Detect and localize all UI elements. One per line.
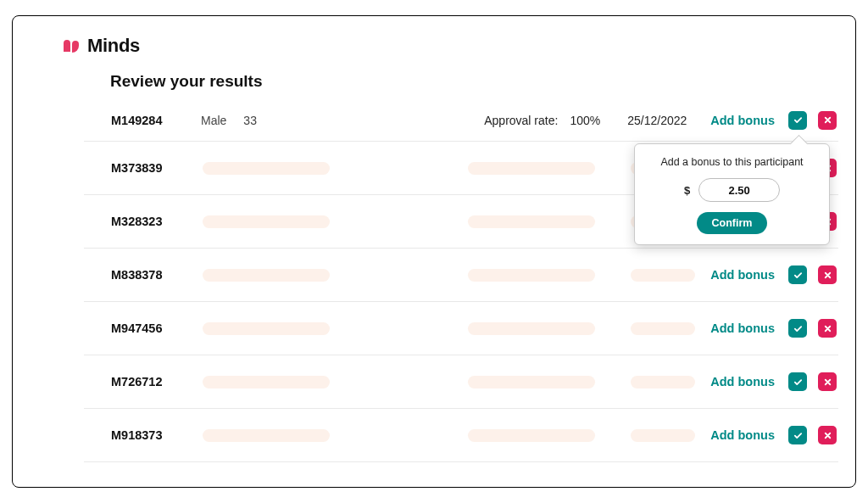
participant-id: M947456 <box>111 321 187 335</box>
check-icon <box>793 431 803 440</box>
approve-button[interactable] <box>788 111 807 130</box>
placeholder-block <box>203 322 330 335</box>
participant-row: M947456 Add bonus <box>84 302 838 355</box>
add-bonus-link[interactable]: Add bonus <box>710 114 775 127</box>
placeholder-block <box>468 162 595 175</box>
approval-rate-label: Approval rate: <box>484 114 558 127</box>
placeholder-block <box>468 376 595 388</box>
x-icon <box>823 324 832 333</box>
participant-id: M838378 <box>111 268 187 282</box>
approve-button[interactable] <box>788 319 807 338</box>
page-title: Review your results <box>110 72 838 91</box>
reject-button[interactable] <box>818 372 837 391</box>
check-icon <box>793 324 803 333</box>
approve-button[interactable] <box>788 426 807 444</box>
participant-row: M149284 Male 33 Approval rate: 100% 25/1… <box>84 106 838 142</box>
placeholder-block <box>468 215 595 228</box>
placeholder-block <box>203 269 330 282</box>
participant-id: M328323 <box>111 215 187 228</box>
currency-symbol: $ <box>684 184 690 197</box>
participant-row: M918373 Add bonus <box>84 409 838 462</box>
participant-id: M726712 <box>111 375 187 388</box>
add-bonus-link[interactable]: Add bonus <box>710 428 775 442</box>
brand-name: Minds <box>87 35 140 57</box>
placeholder-block <box>468 269 595 282</box>
placeholder-block <box>631 429 695 442</box>
check-icon <box>793 271 803 280</box>
placeholder-block <box>203 429 330 442</box>
approval-date: 25/12/2022 <box>627 114 687 127</box>
add-bonus-link[interactable]: Add bonus <box>710 375 775 388</box>
approve-button[interactable] <box>788 372 807 391</box>
approve-button[interactable] <box>788 265 807 284</box>
add-bonus-link[interactable]: Add bonus <box>710 321 775 335</box>
participant-age: 33 <box>243 114 257 127</box>
bonus-popover: Add a bonus to this participant $ Confir… <box>634 143 830 245</box>
x-icon <box>823 271 832 280</box>
placeholder-block <box>203 376 330 388</box>
page-frame: Minds Review your results M149284 Male 3… <box>12 15 856 488</box>
approval-rate-value: 100% <box>570 114 600 127</box>
bonus-input-row: $ <box>647 178 817 202</box>
minds-logo-icon <box>64 40 79 52</box>
reject-button[interactable] <box>818 426 837 444</box>
reject-button[interactable] <box>818 265 837 284</box>
reject-button[interactable] <box>818 111 837 130</box>
placeholder-block <box>631 322 695 335</box>
check-icon <box>793 377 803 387</box>
participant-row: M726712 Add bonus <box>84 355 838 409</box>
placeholder-block <box>468 429 595 442</box>
placeholder-block <box>631 269 695 282</box>
bonus-popover-title: Add a bonus to this participant <box>647 156 817 168</box>
confirm-button[interactable]: Confirm <box>697 212 768 234</box>
brand-header: Minds <box>64 35 838 57</box>
participant-id: M149284 <box>111 114 187 127</box>
x-icon <box>823 377 832 387</box>
add-bonus-link[interactable]: Add bonus <box>710 268 775 282</box>
check-icon <box>793 115 803 125</box>
bonus-amount-input[interactable] <box>698 178 780 202</box>
x-icon <box>823 431 832 440</box>
placeholder-block <box>631 376 695 388</box>
x-icon <box>823 115 832 125</box>
participant-row: M838378 Add bonus <box>84 249 838 302</box>
placeholder-block <box>203 215 330 228</box>
reject-button[interactable] <box>818 319 837 338</box>
participant-gender: Male <box>201 114 226 127</box>
participant-id: M373839 <box>111 161 187 175</box>
placeholder-block <box>203 162 330 175</box>
participant-id: M918373 <box>111 428 187 442</box>
placeholder-block <box>468 322 595 335</box>
